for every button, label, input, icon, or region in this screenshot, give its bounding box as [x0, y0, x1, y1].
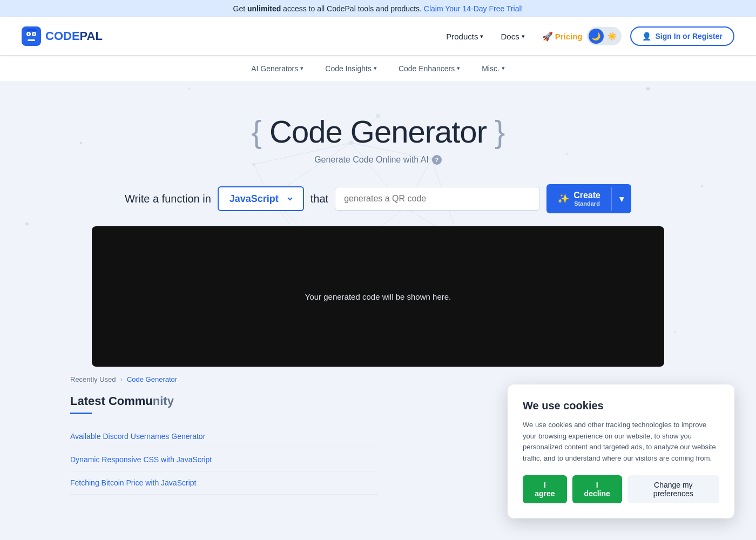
- breadcrumb-separator: ›: [120, 375, 123, 383]
- signin-button[interactable]: 👤 Sign In or Register: [630, 26, 734, 46]
- hero-subtitle: Generate Code Online with AI ?: [22, 155, 734, 165]
- cookie-title: We use cookies: [523, 400, 719, 412]
- svg-point-35: [646, 87, 650, 91]
- svg-point-41: [674, 331, 676, 333]
- community-list: Available Discord Usernames Generator Dy…: [70, 425, 378, 495]
- banner-cta[interactable]: Claim Your 14-Day Free Trial!: [424, 4, 523, 13]
- nav-pricing[interactable]: 🚀 Pricing: [542, 31, 583, 42]
- chevron-down-icon: ▾: [374, 65, 377, 72]
- dark-mode-button[interactable]: 🌙: [589, 29, 604, 44]
- community-link-2[interactable]: Dynamic Responsive CSS with JavaScript: [70, 455, 212, 464]
- breadcrumb-root: Recently Used: [70, 375, 116, 383]
- light-mode-button[interactable]: ☀️: [605, 29, 620, 44]
- subnav-misc[interactable]: Misc. ▾: [482, 64, 505, 73]
- community-link-1[interactable]: Available Discord Usernames Generator: [70, 432, 205, 441]
- community-title: Latest Community: [70, 394, 378, 408]
- nav-docs[interactable]: Docs ▾: [501, 32, 524, 41]
- create-btn-dropdown[interactable]: ▾: [611, 187, 631, 211]
- breadcrumb-current[interactable]: Code Generator: [127, 375, 177, 383]
- top-banner: Get unlimited access to all CodePal tool…: [0, 0, 756, 17]
- language-dropdown[interactable]: JavaScript Python TypeScript Java C++ C#…: [227, 193, 294, 205]
- cookie-preferences-button[interactable]: Change my preferences: [627, 475, 719, 503]
- list-item: Dynamic Responsive CSS with JavaScript: [70, 448, 378, 471]
- code-output-area: Your generated code will be shown here.: [92, 226, 664, 367]
- generator-prefix: Write a function in: [125, 193, 211, 205]
- svg-point-4: [28, 33, 30, 35]
- logo[interactable]: CODEPAL: [22, 26, 103, 46]
- create-button[interactable]: ✨ Create Standard ▾: [546, 184, 631, 213]
- user-icon: 👤: [642, 32, 651, 40]
- community-section: Latest Community Available Discord Usern…: [70, 394, 378, 495]
- cookie-body: We use cookies and other tracking techno…: [523, 420, 719, 464]
- nav-products[interactable]: Products ▾: [446, 32, 483, 41]
- cookie-buttons: I agree I decline Change my preferences: [523, 475, 719, 503]
- list-item: Fetching Bitcoin Price with JavaScript: [70, 471, 378, 495]
- svg-rect-3: [28, 39, 35, 41]
- subnav-ai-generators[interactable]: AI Generators ▾: [251, 64, 303, 73]
- page-title: { Code Generator }: [22, 113, 734, 150]
- create-btn-main: ✨ Create Standard: [546, 184, 611, 213]
- community-link-3[interactable]: Fetching Bitcoin Price with JavaScript: [70, 478, 196, 487]
- community-divider: [70, 413, 92, 414]
- banner-text-pre: Get: [233, 4, 247, 13]
- chevron-down-icon: ▾: [457, 65, 460, 72]
- hero-section: { Code Generator } Generate Code Online …: [0, 81, 756, 367]
- banner-text-bold: unlimited: [247, 4, 281, 13]
- rocket-icon: 🚀: [542, 31, 553, 42]
- theme-toggle: 🌙 ☀️: [587, 27, 622, 45]
- chevron-down-icon: ▾: [502, 65, 505, 72]
- code-placeholder-text: Your generated code will be shown here.: [305, 292, 451, 301]
- sparkle-icon: ✨: [557, 193, 569, 205]
- cookie-agree-button[interactable]: I agree: [523, 475, 567, 503]
- svg-point-39: [566, 153, 568, 155]
- svg-point-5: [33, 33, 35, 35]
- function-input[interactable]: [335, 187, 540, 211]
- svg-point-38: [188, 88, 190, 90]
- breadcrumb: Recently Used › Code Generator: [0, 367, 756, 383]
- svg-point-33: [25, 222, 29, 226]
- generator-row: Write a function in JavaScript Python Ty…: [22, 184, 734, 213]
- main-nav: Products ▾ Docs ▾ 🚀 Pricing: [446, 31, 582, 42]
- cookie-decline-button[interactable]: I decline: [572, 475, 622, 503]
- chevron-down-icon: ▾: [300, 65, 303, 72]
- logo-icon: [22, 26, 41, 46]
- header: CODEPAL Products ▾ Docs ▾ 🚀 Pricing: [0, 17, 756, 55]
- logo-text: CODEPAL: [45, 29, 103, 43]
- help-icon[interactable]: ?: [432, 155, 442, 165]
- chevron-down-icon: ▾: [480, 33, 483, 40]
- sub-nav: AI Generators ▾ Code Insights ▾ Code Enh…: [0, 55, 756, 81]
- subnav-code-enhancers[interactable]: Code Enhancers ▾: [399, 64, 460, 73]
- language-selector[interactable]: JavaScript Python TypeScript Java C++ C#…: [218, 186, 304, 211]
- generator-connector: that: [310, 193, 328, 205]
- chevron-down-icon: ▾: [522, 33, 525, 40]
- subnav-code-insights[interactable]: Code Insights ▾: [325, 64, 377, 73]
- chevron-down-icon: ▾: [619, 194, 624, 204]
- banner-text-post: access to all CodePal tools and products…: [281, 4, 422, 13]
- cookie-banner: We use cookies We use cookies and other …: [508, 384, 734, 518]
- list-item: Available Discord Usernames Generator: [70, 425, 378, 448]
